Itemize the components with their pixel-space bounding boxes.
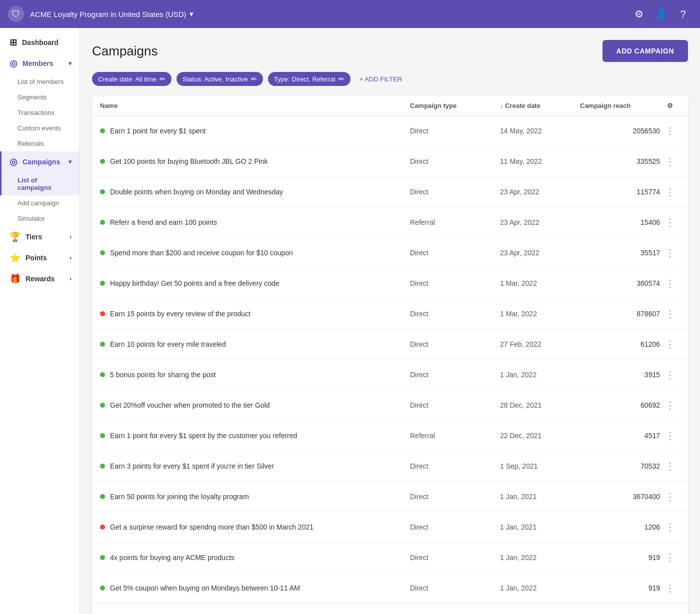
status-filter-chip[interactable]: Status: Active, Inactive ✏ — [176, 72, 263, 86]
campaign-name: Earn 15 points by every review of the pr… — [110, 310, 250, 318]
more-options-button[interactable]: ⋮ — [662, 580, 678, 596]
account-icon[interactable]: 👤 — [652, 5, 670, 23]
more-options-button[interactable]: ⋮ — [662, 550, 678, 566]
th-reach: Campaign reach — [580, 102, 660, 109]
edit-date-filter-icon: ✏ — [160, 75, 166, 83]
status-dot — [100, 159, 105, 164]
campaign-type-cell: Direct — [410, 340, 500, 348]
sidebar-item-members[interactable]: ◎ Members ▾ — [0, 53, 80, 74]
campaign-type-cell: Direct — [410, 554, 500, 562]
next-page-button[interactable]: › — [664, 610, 680, 614]
campaign-name: Earn 3 points for every $1 spent if you'… — [110, 462, 274, 470]
campaign-date-cell: 1 Jan, 2021 — [500, 523, 580, 531]
campaign-type-cell: Direct — [410, 127, 500, 135]
more-options-button[interactable]: ⋮ — [662, 336, 678, 352]
more-options-button[interactable]: ⋮ — [662, 489, 678, 505]
status-dot — [100, 403, 105, 408]
sidebar-item-transactions[interactable]: Transactions — [0, 105, 80, 120]
edit-type-filter-icon: ✏ — [338, 75, 344, 83]
more-options-button[interactable]: ⋮ — [662, 214, 678, 230]
type-filter-chip[interactable]: Type: Direct, Referral ✏ — [268, 72, 350, 86]
dropdown-chevron-icon: ▾ — [190, 9, 194, 18]
campaign-reach-cell: 3915 — [580, 371, 660, 379]
sidebar-item-list-campaigns[interactable]: List of campaigns — [0, 172, 80, 195]
status-dot — [100, 128, 105, 133]
campaign-reach-cell: 60692 — [580, 401, 660, 409]
campaign-name-cell: Happy birthday! Get 50 points and a free… — [100, 279, 410, 287]
campaign-reach-cell: 360574 — [580, 279, 660, 287]
app-title-text: ACME Loyalty Program in United States (U… — [30, 10, 186, 18]
help-icon[interactable]: ? — [674, 5, 692, 23]
sidebar-item-tiers[interactable]: 🏆 Tiers › — [0, 226, 80, 247]
status-dot — [100, 220, 105, 225]
campaign-actions-cell: ⋮ — [660, 367, 680, 383]
status-dot — [100, 525, 105, 530]
app-title[interactable]: ACME Loyalty Program in United States (U… — [30, 9, 624, 18]
rows-per-page-control: Rows per page: 10 25 50 ▾ — [518, 613, 596, 614]
more-options-button[interactable]: ⋮ — [662, 367, 678, 383]
sidebar: ⊞ Dashboard ◎ Members ▾ List of members … — [0, 28, 80, 614]
campaign-name: Get 5% coupon when buying on Mondays bet… — [110, 584, 300, 592]
sidebar-item-simulator[interactable]: Simulator — [0, 211, 80, 226]
sidebar-item-points[interactable]: ⭐ Points › — [0, 247, 80, 268]
more-options-button[interactable]: ⋮ — [662, 275, 678, 291]
more-options-button[interactable]: ⋮ — [662, 458, 678, 474]
rewards-icon: 🎁 — [10, 273, 20, 284]
campaign-name: Earn 1 point for every $1 spent — [110, 127, 206, 135]
status-dot — [100, 433, 105, 438]
campaign-reach-cell: 115774 — [580, 188, 660, 196]
campaign-name: Happy birthday! Get 50 points and a free… — [110, 279, 280, 287]
topnav-actions: ⚙ 👤 ? — [630, 5, 692, 23]
table-row: 5 bonus points for sharng the post Direc… — [92, 360, 688, 390]
campaign-actions-cell: ⋮ — [660, 458, 680, 474]
settings-icon[interactable]: ⚙ — [630, 5, 648, 23]
sidebar-item-segments[interactable]: Segments — [0, 89, 80, 105]
prev-page-button[interactable]: ‹ — [646, 610, 662, 614]
sidebar-item-campaigns[interactable]: ◎ Campaigns ▾ — [0, 151, 80, 172]
campaign-type-cell: Direct — [410, 523, 500, 531]
add-filter-button[interactable]: + ADD FILTER — [356, 72, 406, 86]
table-footer: Rows per page: 10 25 50 ▾ 1-10 of 34 ‹ › — [92, 603, 688, 614]
more-options-button[interactable]: ⋮ — [662, 519, 678, 535]
date-filter-label: Create date: All time — [98, 75, 156, 83]
sidebar-item-referrals[interactable]: Referrals — [0, 136, 80, 151]
campaign-name: Earn 50 points for joining the loyalty p… — [110, 493, 249, 501]
more-options-button[interactable]: ⋮ — [662, 153, 678, 169]
status-dot — [100, 586, 105, 591]
more-options-button[interactable]: ⋮ — [662, 184, 678, 200]
campaigns-table: Name Campaign type ↓ Create date Campaig… — [92, 96, 688, 614]
campaign-reach-cell: 70532 — [580, 462, 660, 470]
campaign-actions-cell: ⋮ — [660, 336, 680, 352]
table-row: Double points when buying on Monday and … — [92, 177, 688, 207]
date-filter-chip[interactable]: Create date: All time ✏ — [92, 72, 172, 86]
campaign-reach-cell: 335525 — [580, 157, 660, 165]
table-row: Earn 15 points by every review of the pr… — [92, 299, 688, 329]
table-row: Earn 1 point for every $1 spent Direct 1… — [92, 116, 688, 146]
sidebar-item-rewards[interactable]: 🎁 Rewards › — [0, 268, 80, 289]
campaign-name: Get 20%off voucher when promoted to the … — [110, 401, 270, 409]
campaign-date-cell: 11 May, 2022 — [500, 157, 580, 165]
campaign-date-cell: 1 Jan, 2022 — [500, 584, 580, 592]
campaign-actions-cell: ⋮ — [660, 519, 680, 535]
more-options-button[interactable]: ⋮ — [662, 428, 678, 444]
more-options-button[interactable]: ⋮ — [662, 306, 678, 322]
table-row: Referr a frend and earn 100 points Refer… — [92, 207, 688, 238]
add-campaign-button[interactable]: ADD CAMPAIGN — [602, 40, 688, 62]
campaign-name-cell: Double points when buying on Monday and … — [100, 188, 410, 196]
th-date[interactable]: ↓ Create date — [500, 102, 580, 109]
campaign-date-cell: 28 Dec, 2021 — [500, 401, 580, 409]
more-options-button[interactable]: ⋮ — [662, 245, 678, 261]
campaign-name: Referr a frend and earn 100 points — [110, 218, 217, 226]
sidebar-item-custom-events[interactable]: Custom events — [0, 120, 80, 136]
sidebar-item-dashboard[interactable]: ⊞ Dashboard — [0, 32, 80, 53]
sidebar-item-add-campaign[interactable]: Add campaign — [0, 195, 80, 211]
sidebar-label-campaigns: Campaigns — [22, 158, 60, 166]
more-options-button[interactable]: ⋮ — [662, 123, 678, 139]
more-options-button[interactable]: ⋮ — [662, 397, 678, 413]
campaign-name: Earn 1 point for every $1 spent by the c… — [110, 432, 297, 440]
rows-per-page-select[interactable]: 10 25 50 — [568, 613, 589, 614]
sidebar-item-list-members[interactable]: List of members — [0, 74, 80, 89]
th-settings[interactable]: ⚙ — [660, 102, 680, 109]
sidebar-label-custom-events: Custom events — [18, 124, 61, 132]
sidebar-label-list-campaigns: List of campaigns — [18, 176, 52, 191]
